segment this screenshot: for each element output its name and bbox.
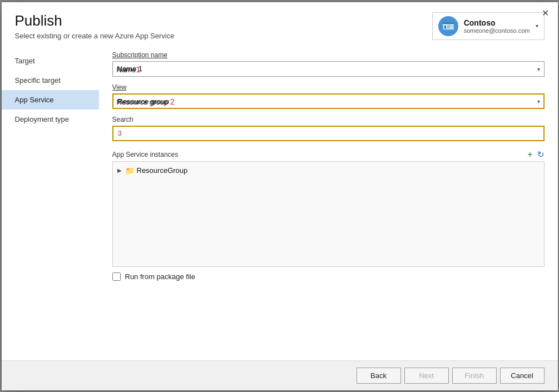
sidebar-item-target[interactable]: Target [2, 51, 99, 71]
search-input[interactable] [112, 126, 545, 141]
refresh-instances-button[interactable]: ↻ [537, 150, 545, 158]
main-content: Target Specific target App Service Deplo… [2, 51, 558, 360]
title-bar: Publish Select existing or create a new … [2, 2, 558, 40]
right-panel: Subscription name Name 1 Name 2 Name1 ▾ … [99, 51, 558, 360]
search-label-text: Search [112, 116, 133, 123]
title-section: Publish Select existing or create a new … [15, 12, 175, 40]
tree-item-resourcegroup[interactable]: ▶ 📁 ResourceGroup [113, 164, 544, 177]
view-field: View Resource group Type Location Resour… [112, 83, 545, 109]
account-avatar: 🪪 [438, 16, 458, 36]
sidebar-item-label: Deployment type [15, 115, 70, 123]
sidebar-item-label: Target [15, 57, 35, 65]
publish-dialog: ✕ Publish Select existing or create a ne… [2, 2, 558, 390]
search-field: Search [112, 116, 545, 141]
finish-button[interactable]: Finish [452, 368, 497, 384]
folder-icon: 📁 [125, 166, 135, 175]
account-chevron-icon: ▾ [536, 23, 538, 29]
subscription-select-wrapper: Name 1 Name 2 Name1 ▾ [112, 61, 545, 77]
sidebar-item-app-service[interactable]: App Service [2, 90, 99, 110]
sidebar-item-deployment-type[interactable]: Deployment type [2, 110, 99, 129]
cancel-button[interactable]: Cancel [500, 368, 545, 384]
add-instance-button[interactable]: + [527, 150, 532, 159]
tree-item-label: ResourceGroup [137, 166, 188, 175]
tree-scroll[interactable]: ▶ 📁 ResourceGroup [113, 162, 544, 266]
account-name: Contoso [464, 18, 530, 27]
subscription-select[interactable]: Name 1 Name 2 [112, 61, 545, 77]
footer: Back Next Finish Cancel [2, 360, 558, 390]
account-email: someone@contoso.com [464, 27, 530, 34]
sidebar: Target Specific target App Service Deplo… [2, 51, 99, 360]
tree-expand-icon: ▶ [117, 167, 123, 173]
view-select-wrapper: Resource group Type Location Resource gr… [112, 93, 545, 109]
subscription-label: Subscription name [112, 51, 545, 59]
search-label: Search [112, 116, 545, 123]
next-button[interactable]: Next [404, 368, 449, 384]
dialog-title: Publish [15, 12, 175, 29]
run-from-package-label[interactable]: Run from package file [125, 272, 195, 281]
tree-view: ▶ 📁 ResourceGroup [112, 161, 545, 267]
run-from-package-row: Run from package file [112, 272, 545, 281]
instances-header: App Service instances + ↻ [112, 150, 545, 159]
close-button[interactable]: ✕ [538, 7, 552, 19]
view-label-text: View [112, 83, 127, 91]
run-from-package-checkbox[interactable] [112, 272, 121, 281]
instances-label: App Service instances [112, 151, 179, 158]
sidebar-item-label: App Service [15, 96, 54, 104]
account-info: Contoso someone@contoso.com [464, 18, 530, 34]
sidebar-item-label: Specific target [15, 76, 61, 85]
view-label: View [112, 83, 545, 91]
sidebar-item-specific-target[interactable]: Specific target [2, 71, 99, 90]
dialog-subtitle: Select existing or create a new Azure Ap… [15, 32, 175, 40]
subscription-label-text: Subscription name [112, 51, 167, 59]
avatar-icon: 🪪 [442, 20, 454, 32]
subscription-field: Subscription name Name 1 Name 2 Name1 ▾ [112, 51, 545, 77]
back-button[interactable]: Back [357, 368, 401, 384]
view-select[interactable]: Resource group Type Location [112, 93, 545, 109]
instances-actions: + ↻ [527, 150, 544, 159]
account-selector[interactable]: 🪪 Contoso someone@contoso.com ▾ [432, 12, 545, 40]
